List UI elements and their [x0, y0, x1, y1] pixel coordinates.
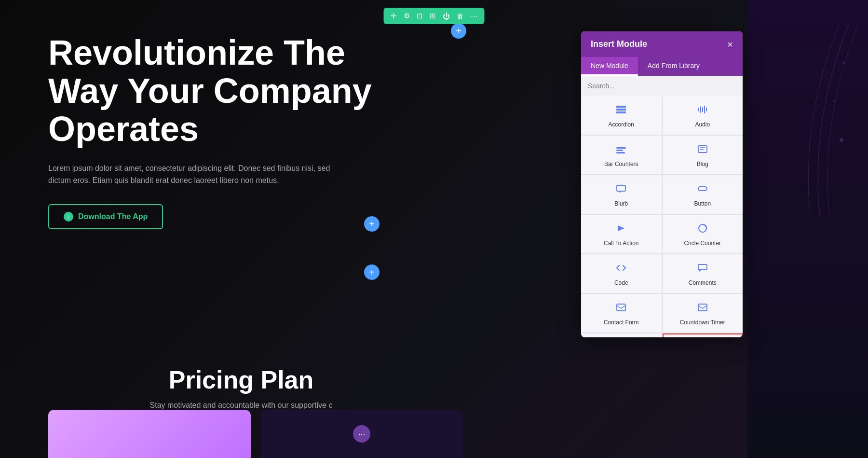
- hero-title: Revolutionize The Way Your Company Opera…: [48, 34, 405, 149]
- toolbar-delete-icon[interactable]: 🗑: [457, 12, 464, 20]
- module-item-bar-counters[interactable]: Bar Counters: [581, 136, 662, 174]
- svg-rect-3: [616, 106, 626, 108]
- blurb-label: Blurb: [614, 200, 628, 207]
- add-section-top-button[interactable]: +: [451, 23, 466, 39]
- toolbar-move-icon[interactable]: ✛: [391, 12, 397, 20]
- module-item-email-optin[interactable]: Email Optin: [663, 333, 743, 337]
- decorative-lines: [762, 24, 858, 217]
- module-item-audio[interactable]: Audio: [663, 96, 743, 135]
- code-label: Code: [614, 279, 628, 286]
- svg-rect-9: [698, 146, 707, 153]
- svg-rect-20: [698, 304, 707, 311]
- toolbar-power-icon[interactable]: ⏻: [443, 12, 450, 20]
- bar-counters-icon: [615, 144, 627, 157]
- contact-form-icon: [615, 303, 627, 315]
- blurb-icon: [615, 184, 627, 196]
- comments-label: Comments: [689, 279, 717, 286]
- add-module-mid2-button[interactable]: +: [364, 264, 380, 280]
- module-search-input[interactable]: [588, 82, 736, 90]
- call-to-action-icon: [615, 223, 627, 236]
- pricing-section: Pricing Plan Stay motivated and accounta…: [96, 365, 386, 410]
- editor-toolbar[interactable]: ✛ ⚙ ⊡ ⊞ ⏻ 🗑 ⋯: [384, 8, 485, 24]
- blog-label: Blog: [697, 161, 708, 167]
- module-item-contact-form[interactable]: Contact Form: [581, 294, 662, 333]
- toolbar-grid-icon[interactable]: ⊞: [430, 12, 436, 20]
- svg-rect-4: [616, 109, 626, 111]
- svg-marker-13: [619, 191, 621, 193]
- toolbar-duplicate-icon[interactable]: ⊡: [417, 12, 423, 20]
- button-label: Button: [694, 200, 711, 207]
- module-grid: AccordionAudioBar CountersBlogBlurbButto…: [581, 96, 743, 337]
- svg-rect-8: [616, 152, 625, 153]
- pricing-cards-preview: ···: [48, 410, 463, 458]
- module-item-button[interactable]: Button: [663, 175, 743, 214]
- download-label: Download The App: [78, 212, 148, 221]
- pricing-title: Pricing Plan: [96, 365, 386, 394]
- svg-marker-15: [618, 225, 624, 231]
- button-icon: [697, 184, 708, 196]
- audio-label: Audio: [695, 121, 710, 128]
- svg-rect-19: [617, 304, 625, 311]
- panel-tabs: New Module Add From Library: [581, 57, 743, 76]
- module-item-call-to-action[interactable]: Call To Action: [581, 215, 662, 253]
- panel-search-container: [581, 76, 743, 96]
- panel-header: Insert Module ×: [581, 31, 743, 57]
- toolbar-settings-icon[interactable]: ⚙: [404, 12, 410, 20]
- pricing-subtitle: Stay motivated and accountable with our …: [96, 401, 386, 410]
- module-item-divider[interactable]: Divider: [581, 333, 662, 337]
- svg-rect-12: [617, 185, 625, 191]
- module-item-blurb[interactable]: Blurb: [581, 175, 662, 214]
- bar-counters-label: Bar Counters: [604, 161, 638, 167]
- blog-icon: [697, 144, 708, 157]
- svg-rect-5: [616, 111, 626, 113]
- svg-point-2: [840, 138, 843, 142]
- download-icon: ↓: [64, 212, 73, 222]
- accordion-icon: [615, 105, 627, 117]
- svg-rect-6: [616, 147, 626, 149]
- right-decoration: [747, 0, 868, 458]
- svg-point-0: [842, 61, 845, 64]
- circle-counter-icon: [697, 223, 708, 236]
- code-icon: [615, 263, 627, 276]
- module-item-code[interactable]: Code: [581, 254, 662, 293]
- pricing-card-dark: ···: [260, 410, 463, 458]
- panel-close-button[interactable]: ×: [727, 40, 733, 49]
- module-item-blog[interactable]: Blog: [663, 136, 743, 174]
- module-item-circle-counter[interactable]: Circle Counter: [663, 215, 743, 253]
- audio-icon: [697, 105, 708, 117]
- module-item-accordion[interactable]: Accordion: [581, 96, 662, 135]
- countdown-timer-icon: [697, 303, 708, 315]
- svg-rect-17: [698, 264, 707, 270]
- svg-point-1: [833, 100, 835, 102]
- accordion-label: Accordion: [609, 121, 634, 128]
- module-item-countdown-timer[interactable]: Countdown Timer: [663, 294, 743, 333]
- card-dots-button[interactable]: ···: [353, 425, 370, 443]
- svg-rect-14: [698, 187, 707, 191]
- countdown-timer-label: Countdown Timer: [680, 319, 725, 326]
- hero-subtitle: Lorem ipsum dolor sit amet, consectetur …: [48, 162, 338, 187]
- tab-new-module[interactable]: New Module: [581, 57, 638, 76]
- contact-form-label: Contact Form: [604, 319, 639, 326]
- svg-rect-7: [616, 150, 623, 151]
- module-item-comments[interactable]: Comments: [663, 254, 743, 293]
- download-cta-button[interactable]: ↓ Download The App: [48, 204, 163, 229]
- insert-module-panel: Insert Module × New Module Add From Libr…: [581, 31, 743, 337]
- pricing-card-pink: [48, 410, 251, 458]
- toolbar-more-icon[interactable]: ⋯: [471, 12, 478, 20]
- tab-add-from-library[interactable]: Add From Library: [638, 57, 709, 76]
- panel-title: Insert Module: [591, 39, 647, 49]
- add-module-mid1-button[interactable]: +: [364, 216, 380, 232]
- comments-icon: [697, 263, 708, 276]
- call-to-action-label: Call To Action: [604, 240, 639, 247]
- circle-counter-label: Circle Counter: [684, 240, 721, 247]
